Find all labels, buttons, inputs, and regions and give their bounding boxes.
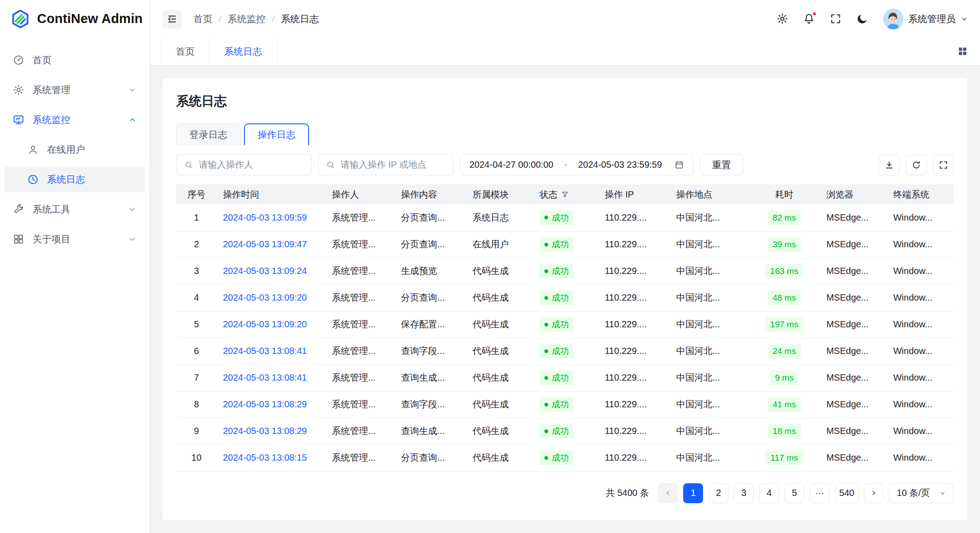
page-tabbar: 首页系统日志 — [150, 38, 980, 66]
date-range-picker[interactable]: 2024-04-27 00:00:00 - 2024-05-03 23:59:5… — [460, 154, 694, 175]
next-page-button[interactable] — [864, 483, 884, 503]
sidebar-item-online-users[interactable]: 在线用户 — [5, 137, 145, 162]
cell-os: Window... — [887, 391, 954, 418]
chevron-down-icon — [960, 15, 968, 23]
cell-duration: 39 ms — [749, 231, 820, 258]
cell-status: 成功 — [533, 338, 599, 364]
page-button-3[interactable]: 3 — [734, 483, 754, 503]
filter-icon[interactable] — [561, 191, 569, 198]
search-icon — [184, 160, 193, 170]
cell-duration: 197 ms — [749, 311, 820, 338]
cell-browser: MSEdge... — [820, 364, 887, 391]
nav-tab-home[interactable]: 首页 — [161, 38, 210, 65]
log-time-link[interactable]: 2024-05-03 13:08:29 — [223, 426, 307, 436]
table-row: 82024-05-03 13:08:29系统管理...查询字段...代码生成成功… — [176, 391, 954, 418]
column-label: 操作时间 — [223, 189, 259, 201]
column-header-browser: 浏览器 — [820, 184, 887, 204]
sidebar-item-system-logs[interactable]: 系统日志 — [5, 167, 145, 192]
log-time-link[interactable]: 2024-05-03 13:08:41 — [223, 373, 307, 382]
log-time-link[interactable]: 2024-05-03 13:08:41 — [223, 346, 307, 356]
column-label: 操作人 — [332, 189, 359, 201]
app-logo[interactable]: ContiNew Admin — [0, 0, 150, 38]
settings-button[interactable] — [776, 13, 788, 25]
export-button[interactable] — [879, 155, 900, 175]
duration-badge: 117 ms — [765, 450, 803, 465]
cell-browser: MSEdge... — [820, 311, 887, 338]
log-time-link[interactable]: 2024-05-03 13:08:15 — [223, 453, 307, 462]
sidebar-item-about-project[interactable]: 关于项目 — [5, 226, 145, 252]
page-button-540[interactable]: 540 — [835, 483, 858, 503]
content-area: 系统日志 登录日志操作日志 2024-04-27 00:00:00 - 20 — [150, 66, 980, 533]
prev-page-button[interactable] — [658, 483, 678, 503]
breadcrumb-item[interactable]: 系统监控 — [228, 13, 266, 25]
breadcrumb-item[interactable]: 首页 — [193, 13, 212, 25]
log-tab-operation-logs[interactable]: 操作日志 — [244, 123, 309, 145]
top-header: 首页/系统监控/系统日志 — [150, 0, 980, 38]
sidebar-item-label: 系统日志 — [47, 173, 137, 186]
ip-search-input[interactable] — [340, 159, 446, 170]
notifications-button[interactable] — [803, 13, 815, 25]
reset-button[interactable]: 重置 — [700, 154, 743, 175]
cell-status: 成功 — [533, 204, 599, 231]
status-dot — [544, 456, 548, 460]
sidebar-item-system-tools[interactable]: 系统工具 — [5, 197, 145, 222]
sidebar-item-system-management[interactable]: 系统管理 — [5, 77, 145, 103]
log-time-link[interactable]: 2024-05-03 13:09:20 — [223, 292, 307, 302]
main-area: 首页/系统监控/系统日志 — [150, 0, 980, 533]
log-time-link[interactable]: 2024-05-03 13:09:20 — [223, 319, 307, 329]
duration-badge: 9 ms — [770, 370, 798, 385]
fullscreen-button[interactable] — [830, 13, 842, 25]
cell-time: 2024-05-03 13:09:59 — [216, 204, 325, 231]
log-time-link[interactable]: 2024-05-03 13:08:29 — [223, 399, 307, 409]
cell-location: 中国河北... — [670, 284, 749, 311]
operator-search-input[interactable] — [198, 159, 304, 170]
page-button-5[interactable]: 5 — [784, 483, 804, 503]
duration-badge: 41 ms — [768, 397, 801, 412]
cell-location: 中国河北... — [670, 258, 749, 284]
cell-status: 成功 — [533, 418, 599, 444]
nav-tab-system-logs[interactable]: 系统日志 — [209, 38, 277, 65]
cell-ip: 110.229.... — [598, 338, 670, 364]
page-size-select[interactable]: 10 条/页 — [889, 483, 954, 503]
cell-ip: 110.229.... — [598, 231, 670, 258]
refresh-button[interactable] — [906, 155, 927, 175]
page-ellipsis[interactable]: ··· — [810, 483, 830, 503]
log-time-link[interactable]: 2024-05-03 13:09:24 — [223, 266, 307, 276]
notification-dot — [812, 11, 817, 16]
log-tab-login-logs[interactable]: 登录日志 — [176, 123, 240, 145]
cell-ip: 110.229.... — [598, 258, 670, 284]
cell-time: 2024-05-03 13:09:47 — [216, 231, 325, 258]
cell-operator: 系统管理... — [325, 231, 394, 258]
sidebar-item-label: 首页 — [33, 54, 137, 66]
gear-icon — [776, 13, 788, 25]
cell-status: 成功 — [533, 364, 599, 391]
sidebar-item-home[interactable]: 首页 — [5, 47, 145, 73]
menu-fold-icon — [167, 14, 178, 24]
page-button-4[interactable]: 4 — [759, 483, 779, 503]
status-badge: 成功 — [539, 290, 574, 305]
status-dot — [544, 243, 548, 246]
cell-operator: 系统管理... — [325, 338, 394, 364]
log-time-link[interactable]: 2024-05-03 13:09:47 — [223, 239, 307, 249]
page-button-1[interactable]: 1 — [683, 483, 703, 503]
cell-operator: 系统管理... — [325, 418, 394, 444]
tab-actions-grid-button[interactable] — [957, 46, 968, 57]
cell-os: Window... — [887, 231, 954, 258]
sidebar-item-system-monitor[interactable]: 系统监控 — [5, 107, 145, 132]
cell-module: 系统日志 — [466, 204, 533, 231]
dark-mode-toggle[interactable] — [856, 13, 868, 25]
user-menu[interactable]: 系统管理员 — [883, 9, 968, 29]
table-fullscreen-button[interactable] — [933, 155, 954, 175]
cell-ip: 110.229.... — [598, 444, 670, 471]
log-time-link[interactable]: 2024-05-03 13:09:59 — [223, 212, 307, 222]
sidebar-collapse-button[interactable] — [163, 9, 182, 28]
page-numbers: 12345···540 — [683, 483, 858, 503]
cell-no: 6 — [176, 338, 216, 364]
cell-browser: MSEdge... — [820, 258, 887, 284]
cell-browser: MSEdge... — [820, 338, 887, 364]
cell-content: 查询字段... — [395, 338, 466, 364]
cell-os: Window... — [887, 284, 954, 311]
cell-time: 2024-05-03 13:09:20 — [216, 311, 325, 338]
breadcrumb-item[interactable]: 系统日志 — [281, 13, 319, 25]
page-button-2[interactable]: 2 — [708, 483, 728, 503]
